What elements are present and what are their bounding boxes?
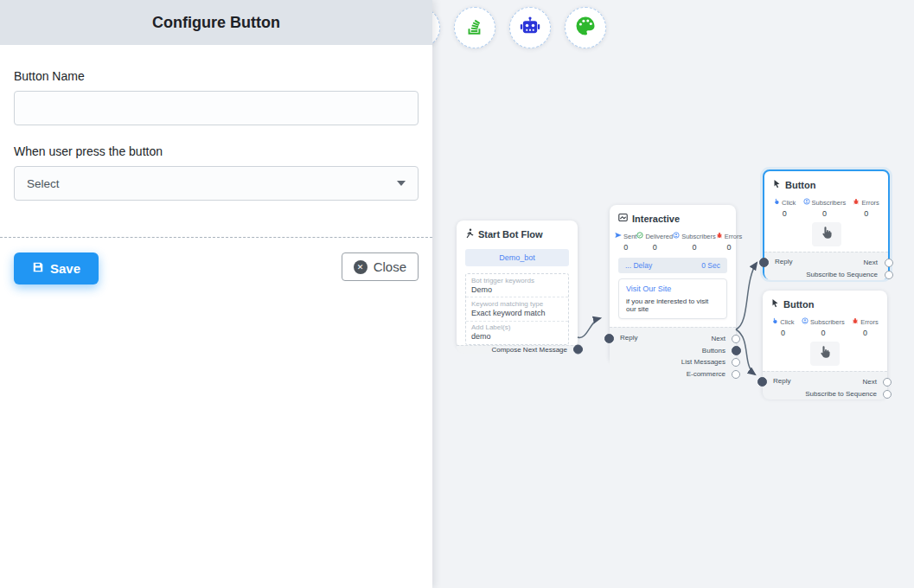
button-node-title: Button [783,299,814,310]
delivered-icon [636,232,643,240]
hand-pointer-icon [810,342,840,366]
stat-sent: Sent 0 [615,232,636,252]
field-row: Add Label(s) demo [466,321,568,344]
panel-title: Configure Button [152,14,280,32]
buttons-output-port[interactable] [732,346,741,355]
delay-setting[interactable]: ... Delay 0 Sec [618,258,727,273]
message-body: if you are interested to visit our site [626,297,719,313]
ecommerce-output-port[interactable] [732,370,740,379]
close-label: Close [374,259,406,274]
configure-button-panel: Configure Button Button Name When user p… [0,0,432,588]
stat-delivered: Delivered 0 [636,232,673,252]
save-button[interactable]: Save [14,252,99,284]
port-row-buttons: Buttons [610,345,736,357]
button-node-footer: Reply Next Subscribe to Sequence [764,252,888,280]
button-name-input[interactable] [14,91,419,125]
close-button[interactable]: ✕ Close [342,252,419,281]
close-icon: ✕ [354,260,368,274]
click-icon [771,317,778,326]
toolbar-button-bot[interactable] [509,7,551,48]
field-label: Add Label(s) [471,323,563,332]
start-node-fields: Bot trigger keywords Demo Keyword matchi… [465,273,569,345]
subscribe-output-port[interactable] [885,271,893,279]
press-button-label: When user press the button [14,144,419,158]
button-node-header: Button [763,291,887,314]
stat-click: Click 0 [773,198,796,218]
port-row-ecommerce: E-commerce [610,368,736,380]
subscribers-icon [802,317,809,326]
hand-pointer-icon [812,222,841,246]
hand-pointer-area [764,220,888,252]
interactive-stats: Sent 0 Delivered 0 Subscribers 0 [610,228,736,253]
next-output-port[interactable] [883,378,892,387]
robot-icon [518,14,542,42]
start-node-footer: Compose Next Message [457,345,578,354]
interactive-node[interactable]: Interactive Sent 0 Delivered 0 [610,205,736,363]
action-select[interactable]: Select [14,166,419,201]
interactive-message-card[interactable]: Visit Our Site if you are interested to … [618,278,727,319]
runner-icon [465,228,474,240]
interactive-node-footer: Reply Next Buttons List Messages E-comme… [610,327,736,380]
stack-icon [463,15,486,41]
field-row: Bot trigger keywords Demo [466,274,568,297]
button-node-header: Button [764,171,888,195]
stat-subscribers: Subscribers 0 [803,198,847,218]
interactive-node-header: Interactive [610,205,736,228]
click-icon [773,198,780,207]
interactive-node-title: Interactive [632,214,680,224]
port-row-list-messages: List Messages [610,356,736,368]
stat-subscribers: Subscribers 0 [673,232,716,252]
port-row-next: Next [763,376,887,388]
field-label: Keyword matching type [471,300,563,309]
button-node-2[interactable]: Button Click 0 Subscribers 0 Er [763,291,887,398]
port-row-next: Next [610,333,736,345]
errors-icon [853,198,860,207]
save-label: Save [50,261,80,276]
errors-icon [852,317,859,326]
start-bot-flow-node[interactable]: Start Bot Flow Demo_bot Bot trigger keyw… [457,220,578,348]
interactive-icon [618,213,628,224]
field-row: Keyword matching type Exact keyword matc… [466,297,568,320]
subscribe-output-port[interactable] [883,390,892,399]
subscribers-icon [673,232,680,240]
button-node-stats: Click 0 Subscribers 0 Errors 0 [763,314,887,339]
bot-name-badge[interactable]: Demo_bot [465,249,569,266]
start-node-title: Start Bot Flow [478,229,543,240]
errors-icon [716,232,723,240]
stat-errors: Errors 0 [852,317,878,337]
field-value: Demo [471,285,563,295]
compose-next-message-label: Compose Next Message [491,346,567,354]
stat-click: Click 0 [771,317,794,337]
stat-errors: Errors 0 [853,198,879,218]
delay-value: 0 Sec [701,261,720,270]
cursor-icon [773,179,781,190]
port-row-next: Next [764,257,888,269]
stat-subscribers: Subscribers 0 [802,317,845,337]
panel-header: Configure Button [0,0,432,45]
field-label: Bot trigger keywords [471,277,563,285]
field-value: demo [471,332,563,342]
toolbar-button-theme[interactable] [565,7,606,48]
toolbar-button-stack[interactable] [454,7,495,48]
compose-output-port[interactable] [573,345,583,355]
port-row-subscribe: Subscribe to Sequence [763,388,887,400]
list-messages-output-port[interactable] [732,358,740,367]
palette-icon [573,14,598,42]
stat-errors: Errors 0 [716,232,742,252]
save-icon [32,261,44,276]
delay-label: ... Delay [625,261,652,270]
button-node-stats: Click 0 Subscribers 0 Errors 0 [764,195,888,220]
button-node-title: Button [785,180,815,190]
button-node-1[interactable]: Button Click 0 Subscribers 0 Er [763,169,890,279]
sent-icon [615,232,622,240]
button-name-label: Button Name [14,69,419,83]
select-value: Select [27,177,60,190]
next-output-port[interactable] [885,259,893,267]
hand-pointer-area [763,339,887,371]
start-node-header: Start Bot Flow [457,220,578,245]
button-node-footer: Reply Next Subscribe to Sequence [763,371,887,399]
chevron-down-icon [397,181,406,186]
field-value: Exact keyword match [471,309,563,318]
message-title: Visit Our Site [626,284,719,293]
next-output-port[interactable] [732,335,740,343]
